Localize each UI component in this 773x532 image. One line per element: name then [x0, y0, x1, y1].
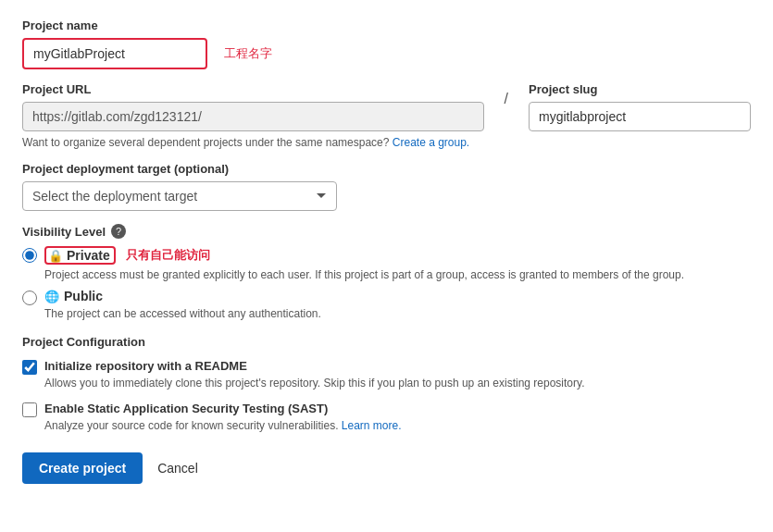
sast-learn-more-link[interactable]: Learn more.	[342, 419, 402, 432]
create-group-link[interactable]: Create a group.	[393, 136, 469, 149]
project-name-annotation: 工程名字	[224, 45, 272, 62]
form-actions: Create project Cancel	[22, 452, 751, 484]
private-option: 🔒 Private 只有自己能访问 Project access must be…	[22, 246, 751, 283]
create-project-button[interactable]: Create project	[22, 452, 143, 484]
init-readme-label[interactable]: Initialize repository with a README	[44, 359, 247, 373]
sast-label[interactable]: Enable Static Application Security Testi…	[44, 402, 328, 415]
public-radio[interactable]	[22, 291, 37, 305]
private-text: Private	[67, 248, 110, 263]
init-readme-desc: Allows you to immediately clone this pro…	[44, 375, 584, 391]
public-option: 🌐 Public The project can be accessed wit…	[22, 289, 751, 322]
public-label-row[interactable]: 🌐 Public	[44, 289, 321, 303]
deployment-label: Project deployment target (optional)	[22, 162, 751, 176]
visibility-help-icon[interactable]: ?	[111, 224, 126, 239]
init-readme-checkbox[interactable]	[22, 360, 37, 375]
project-url-label: Project URL	[22, 82, 484, 96]
public-desc: The project can be accessed without any …	[44, 305, 321, 322]
private-annotation: 只有自己能访问	[126, 247, 210, 264]
visibility-label: Visibility Level	[22, 225, 106, 239]
config-label: Project Configuration	[22, 335, 751, 349]
private-label-row[interactable]: 🔒 Private 只有自己能访问	[44, 246, 684, 265]
sast-option: Enable Static Application Security Testi…	[22, 401, 751, 434]
project-name-label: Project name	[22, 19, 751, 32]
deployment-select[interactable]: Select the deployment target	[22, 181, 337, 211]
public-text: Public	[64, 289, 103, 303]
globe-icon: 🌐	[44, 290, 59, 303]
sast-checkbox[interactable]	[22, 402, 37, 417]
namespace-hint: Want to organize several dependent proje…	[22, 136, 751, 149]
sast-desc: Analyze your source code for known secur…	[44, 417, 402, 434]
lock-icon: 🔒	[48, 249, 63, 263]
init-readme-option: Initialize repository with a README Allo…	[22, 358, 751, 391]
project-url-input[interactable]	[22, 102, 484, 131]
private-desc: Project access must be granted explicitl…	[44, 266, 684, 283]
project-slug-label: Project slug	[529, 82, 751, 96]
slug-separator: /	[499, 82, 514, 116]
project-slug-input[interactable]	[529, 102, 751, 131]
cancel-button[interactable]: Cancel	[154, 452, 202, 484]
private-border: 🔒 Private	[44, 246, 116, 265]
project-name-input[interactable]	[22, 38, 207, 69]
private-radio[interactable]	[22, 248, 37, 263]
